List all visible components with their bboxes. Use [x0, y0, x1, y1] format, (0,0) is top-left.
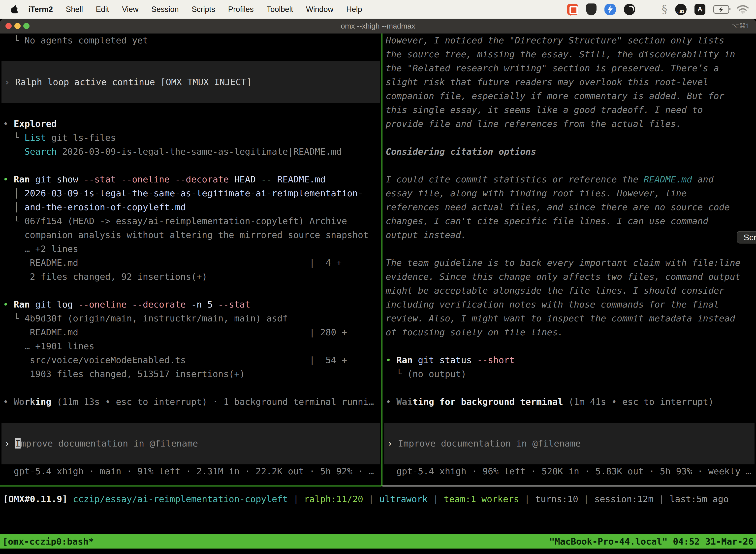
- waiting-status-line: • Waiting for background terminal (1m 41…: [383, 395, 756, 409]
- menu-item-toolbelt[interactable]: Toolbelt: [260, 5, 300, 14]
- keyboard-shield-icon[interactable]: [586, 3, 596, 15]
- right-pane-bottom-border: [382, 486, 756, 487]
- crescent-icon[interactable]: [624, 4, 635, 15]
- window-hotkey-label: ⌥⌘1: [732, 19, 750, 34]
- dots-grid-icon[interactable]: [643, 4, 654, 15]
- menu-item-help[interactable]: Help: [340, 5, 369, 14]
- menu-item-view[interactable]: View: [116, 5, 145, 14]
- reflection-line: the source tree, missing the essay. Stil…: [383, 47, 756, 61]
- guideline-line: The team guideline is to back every impo…: [383, 256, 756, 270]
- commit-message-line: companion analysis without altering the …: [0, 228, 381, 242]
- ralph-loop-panel: › Ralph loop active continue [OMX_TMUX_I…: [1, 61, 380, 103]
- stat-readme-4-line: README.md | 4 +: [0, 256, 381, 270]
- citation-line: references need actual files, and since …: [383, 200, 756, 214]
- list-line: └ List git ls-files: [0, 131, 381, 145]
- reflection-line: the "Related research writing" section i…: [383, 61, 756, 75]
- tmux-host-clock-label: "MacBook-Pro-44.local" 04:52 31-Mar-26: [549, 536, 754, 547]
- menu-item-edit[interactable]: Edit: [89, 5, 115, 14]
- guideline-line: of focusing solely on file lines.: [383, 325, 756, 339]
- filename-line-1: │ 2026-03-09-is-legal-the-same-as-legiti…: [0, 186, 381, 200]
- apple-logo-icon[interactable]: [11, 5, 18, 13]
- commit-4b9-line: └ 4b9d30f (origin/main, instructkr/main,…: [0, 312, 381, 325]
- files-changed-line-2: 1903 files changed, 513517 insertions(+): [0, 367, 381, 381]
- battery-icon[interactable]: [713, 5, 729, 14]
- filename-line-2: │ and-the-erosion-of-copyleft.md: [0, 200, 381, 214]
- left-pane-bottom-border: [0, 486, 381, 487]
- model-status-left: gpt-5.4 xhigh · main · 91% left · 2.31M …: [0, 464, 381, 478]
- prompt-input-left[interactable]: › Improve documentation in @filename: [1, 423, 380, 464]
- menu-items: iTerm2 Shell Edit View Session Scripts P…: [22, 5, 369, 14]
- left-terminal-pane: └ No agents completed yet › Ralph loop a…: [0, 34, 381, 486]
- menu-bar: iTerm2 Shell Edit View Session Scripts P…: [0, 0, 756, 19]
- tmux-status-bar: [omx-cczip0:bash* "MacBook-Pro-44.local"…: [0, 534, 756, 549]
- explored-line: • Explored: [0, 117, 381, 131]
- citation-line: essay file, along with finding root file…: [383, 186, 756, 200]
- guideline-line: review. Also, I might want to inspect th…: [383, 312, 756, 325]
- guideline-line: including verification notes with those …: [383, 297, 756, 312]
- reflection-line: slight risk that future readers may over…: [383, 75, 756, 89]
- badge-61-icon[interactable]: ..61: [675, 4, 687, 15]
- reflection-line: this single essay, it seems like a good …: [383, 103, 756, 117]
- wifi-icon[interactable]: [737, 5, 749, 14]
- omx-status-line: [OMX#0.11.9] cczip/essay/ai-reimplementa…: [0, 492, 756, 506]
- citation-line: output instead.: [383, 228, 756, 242]
- no-output-line: └ (no output): [383, 367, 756, 381]
- prompt-text-left: › Improve documentation in @filename: [1, 437, 380, 450]
- ran-git-log-line: • Ran git log --oneline --decorate -n 5 …: [0, 297, 381, 312]
- working-status-line: • Working (11m 13s • esc to interrupt) ·…: [0, 395, 381, 409]
- letter-a-icon[interactable]: A: [694, 4, 705, 15]
- screen-share-overlay-label: Scre: [744, 233, 756, 242]
- files-changed-line-1: 2 files changed, 92 insertions(+): [0, 270, 381, 284]
- stat-voice-line: src/voice/voiceModeEnabled.ts | 54 +: [0, 353, 381, 367]
- prompt-text-right: › Improve documentation in @filename: [384, 437, 755, 450]
- thinking-heading: Considering citation options: [383, 145, 756, 159]
- guideline-line: might be acceptable alongside the file l…: [383, 284, 756, 297]
- stat-readme-280-line: README.md | 280 +: [0, 325, 381, 339]
- plus1901-lines-line: … +1901 lines: [0, 339, 381, 353]
- menubar-status-icons: § ..61 A: [567, 3, 749, 15]
- citation-line: changes, I can't cite specific file line…: [383, 214, 756, 228]
- right-terminal-pane: However, I noticed the "Directory Struct…: [383, 34, 756, 486]
- prompt-input-right[interactable]: › Improve documentation in @filename: [384, 423, 755, 464]
- screen-share-overlay-button[interactable]: Scre: [737, 231, 756, 243]
- reflection-line: companion file, especially if more comme…: [383, 89, 756, 103]
- menu-item-shell[interactable]: Shell: [59, 5, 89, 14]
- menu-item-iterm2[interactable]: iTerm2: [22, 5, 59, 14]
- commit-067-line: └ 067f154 (HEAD -> essay/ai-reimplementa…: [0, 214, 381, 228]
- squiggle-icon[interactable]: §: [662, 4, 667, 15]
- search-line: Search 2026-03-09-is-legal-the-same-as-l…: [0, 145, 381, 159]
- ran-git-status-line: • Ran git status --short: [383, 353, 756, 367]
- tmux-session-label: [omx-cczip0:bash*: [2, 536, 94, 547]
- plus2-lines-line: … +2 lines: [0, 242, 381, 256]
- menu-item-window[interactable]: Window: [300, 5, 340, 14]
- window-title-bar: omx --xhigh --madmax ⌥⌘1: [0, 19, 756, 34]
- menu-item-profiles[interactable]: Profiles: [222, 5, 260, 14]
- ran-git-show-line: • Ran git show --stat --oneline --decora…: [0, 172, 381, 186]
- no-agents-line: └ No agents completed yet: [0, 34, 381, 47]
- model-status-right: gpt-5.4 xhigh · 96% left · 520K in · 5.8…: [383, 464, 756, 478]
- menu-item-scripts[interactable]: Scripts: [185, 5, 222, 14]
- reflection-line: provide file and line references from th…: [383, 117, 756, 131]
- window-title: omx --xhigh --madmax: [0, 19, 756, 34]
- guideline-line: evidence. Since this change only affects…: [383, 270, 756, 284]
- reflection-line: However, I noticed the "Directory Struct…: [383, 34, 756, 47]
- blue-bolt-badge-icon[interactable]: [605, 4, 616, 15]
- menu-item-session[interactable]: Session: [145, 5, 185, 14]
- chat-app-icon[interactable]: [567, 4, 578, 15]
- ralph-loop-line: › Ralph loop active continue [OMX_TMUX_I…: [1, 75, 380, 89]
- pane-divider[interactable]: [381, 34, 382, 486]
- citation-line: I could cite commit statistics or refere…: [383, 172, 756, 186]
